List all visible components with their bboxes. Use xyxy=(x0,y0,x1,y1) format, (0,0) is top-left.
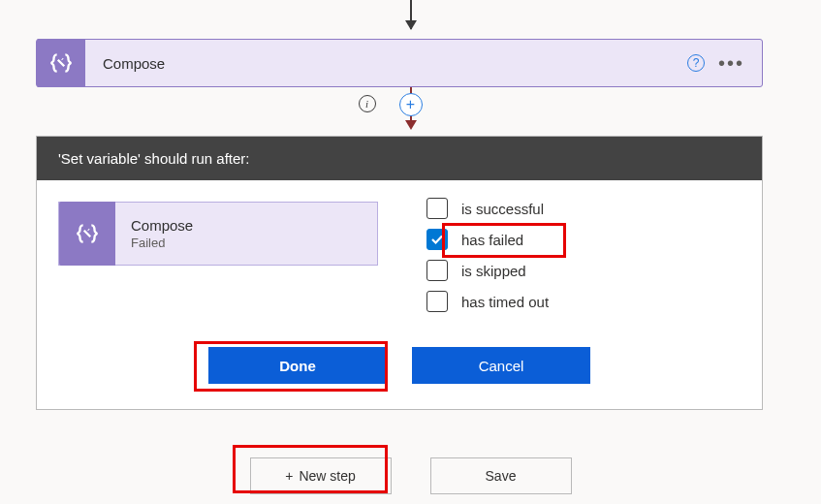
previous-step-name: Compose xyxy=(131,217,193,234)
plus-icon: + xyxy=(285,468,293,484)
new-step-label: New step xyxy=(299,468,355,484)
option-label: is skipped xyxy=(461,263,526,279)
checkbox-has-failed[interactable] xyxy=(426,229,448,250)
cancel-button[interactable]: Cancel xyxy=(412,347,590,384)
option-label: has failed xyxy=(461,232,523,248)
flow-arrow-top xyxy=(410,0,412,29)
checkbox-is-successful[interactable] xyxy=(426,198,448,219)
compose-icon xyxy=(59,202,115,266)
option-is-skipped[interactable]: is skipped xyxy=(426,260,549,281)
more-menu-icon[interactable]: ••• xyxy=(718,58,744,68)
info-icon[interactable]: i xyxy=(359,95,376,112)
save-button[interactable]: Save xyxy=(430,457,572,494)
compose-step-title: Compose xyxy=(85,55,687,72)
compose-icon xyxy=(37,39,85,87)
previous-step-status: Failed xyxy=(131,236,193,250)
option-label: is successful xyxy=(461,201,544,217)
panel-header: 'Set variable' should run after: xyxy=(37,137,762,180)
flow-connector: i + xyxy=(392,87,430,136)
checkbox-is-skipped[interactable] xyxy=(426,260,448,281)
run-after-panel: 'Set variable' should run after: Compose… xyxy=(36,136,763,410)
option-has-timed-out[interactable]: has timed out xyxy=(426,291,549,312)
done-button[interactable]: Done xyxy=(208,347,387,384)
previous-step-card[interactable]: Compose Failed xyxy=(58,202,378,266)
option-has-failed[interactable]: has failed xyxy=(426,229,549,250)
compose-step-card[interactable]: Compose ? ••• xyxy=(36,39,763,87)
option-is-successful[interactable]: is successful xyxy=(426,198,549,219)
run-after-options: is successful has failed is skipped has … xyxy=(426,198,549,312)
new-step-button[interactable]: + New step xyxy=(250,457,392,494)
option-label: has timed out xyxy=(461,294,549,310)
add-step-inline-button[interactable]: + xyxy=(399,93,423,116)
checkbox-has-timed-out[interactable] xyxy=(426,291,448,312)
help-icon[interactable]: ? xyxy=(687,54,705,72)
